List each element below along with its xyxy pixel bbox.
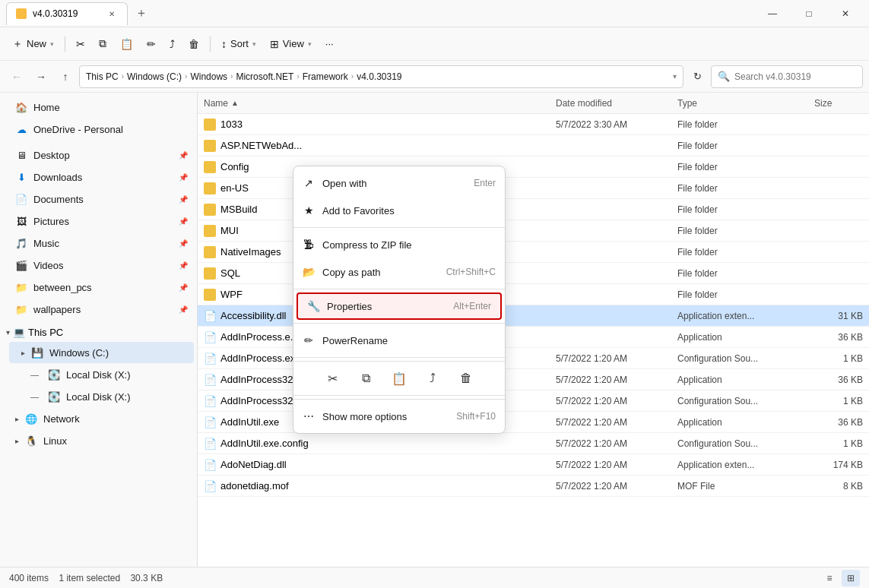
cm-delete-button[interactable]: 🗑: [454, 366, 478, 390]
bc-windows[interactable]: Windows: [190, 71, 227, 82]
cm-properties[interactable]: 🔧 Properties Alt+Enter: [297, 292, 502, 320]
sidebar-thispc-section[interactable]: ▾ 💻 This PC: [0, 324, 197, 341]
bc-dotnet[interactable]: Microsoft.NET: [236, 71, 293, 82]
window-controls: — □ ✕: [755, 2, 863, 26]
minimize-button[interactable]: —: [755, 2, 790, 26]
new-button[interactable]: ＋ New ▾: [6, 32, 60, 56]
file-type: Application: [671, 375, 808, 385]
sidebar-item-windows-c[interactable]: ▸ 💾 Windows (C:): [9, 342, 194, 363]
col-name-sort-icon: ▲: [231, 99, 239, 107]
search-box[interactable]: 🔍: [711, 65, 863, 88]
file-name-text: AddInUtil.exe: [220, 416, 279, 428]
detail-view-button[interactable]: ⊞: [842, 570, 860, 586]
file-type: File folder: [671, 226, 808, 236]
sidebar-item-desktop[interactable]: 🖥 Desktop 📌: [3, 144, 194, 166]
more-button[interactable]: ···: [319, 32, 340, 56]
sidebar-item-between-pcs[interactable]: 📁 between_pcs 📌: [3, 277, 194, 298]
bc-framework[interactable]: Framework: [303, 71, 348, 82]
bc-dropdown-icon: ▾: [673, 72, 677, 81]
sidebar-item-videos[interactable]: 🎬 Videos 📌: [3, 254, 194, 276]
col-date-label: Date modified: [556, 98, 612, 109]
maximize-button[interactable]: □: [791, 2, 826, 26]
file-name-text: AddInUtil.exe.config: [220, 438, 309, 449]
breadcrumb[interactable]: This PC › Windows (C:) › Windows › Micro…: [79, 65, 683, 88]
share-button[interactable]: ⤴: [163, 32, 181, 56]
cm-properties-shortcut: Alt+Enter: [453, 301, 491, 311]
col-header-date[interactable]: Date modified: [550, 93, 671, 113]
folder-icon: [204, 267, 216, 280]
tab-active[interactable]: v4.0.30319 ✕: [6, 2, 128, 25]
cm-open-with[interactable]: ↗ Open with Enter: [293, 169, 505, 197]
cm-paste-button[interactable]: 📋: [387, 366, 411, 390]
sidebar-item-downloads[interactable]: ⬇ Downloads 📌: [3, 166, 194, 188]
sidebar-label-home: Home: [33, 102, 60, 113]
copy-button[interactable]: ⧉: [93, 32, 113, 56]
bc-sep-5: ›: [351, 72, 354, 81]
sidebar-label-linux: Linux: [43, 435, 67, 447]
sidebar-item-linux[interactable]: ▸ 🐧 Linux: [3, 430, 194, 451]
table-row[interactable]: 📄 adonetdiag.mof 5/7/2022 1:20 AM MOF Fi…: [198, 476, 869, 497]
sidebar-label-local-x1: Local Disk (X:): [66, 369, 131, 381]
local-x2-icon: 💽: [48, 390, 60, 403]
rename-button[interactable]: ✏: [141, 32, 162, 56]
sidebar-item-pictures[interactable]: 🖼 Pictures 📌: [3, 210, 194, 232]
zip-icon: 🗜: [303, 239, 315, 251]
cm-copy-path-shortcut: Ctrl+Shift+C: [446, 267, 496, 277]
view-button[interactable]: ⊞ View ▾: [264, 32, 318, 56]
table-row[interactable]: 1033 5/7/2022 3:30 AM File folder: [198, 114, 869, 135]
close-button[interactable]: ✕: [828, 2, 863, 26]
cut-button[interactable]: ✂: [70, 32, 91, 56]
sidebar-item-home[interactable]: 🏠 Home: [3, 96, 194, 118]
file-date: 5/7/2022 1:20 AM: [550, 396, 671, 406]
pin-icon-pic: 📌: [179, 217, 188, 226]
sidebar-item-onedrive[interactable]: ☁ OneDrive - Personal: [3, 119, 194, 140]
col-header-type[interactable]: Type: [671, 93, 808, 113]
file-type: Application: [671, 332, 808, 343]
bc-this-pc[interactable]: This PC: [86, 71, 119, 82]
up-button[interactable]: ↑: [55, 66, 76, 87]
sidebar-item-wallpapers[interactable]: 📁 wallpapers 📌: [3, 299, 194, 320]
back-button[interactable]: ←: [6, 66, 27, 87]
sidebar-item-network[interactable]: ▸ 🌐 Network: [3, 408, 194, 429]
table-row[interactable]: ASP.NETWebAd... File folder: [198, 135, 869, 156]
cm-compress-zip[interactable]: 🗜 Compress to ZIP file: [293, 231, 505, 258]
tab-close-button[interactable]: ✕: [106, 8, 118, 20]
file-name-text: Config: [220, 161, 249, 172]
sort-button[interactable]: ↕ Sort ▾: [215, 32, 262, 56]
cm-cut-button[interactable]: ✂: [320, 366, 344, 390]
cm-power-rename[interactable]: ✏ PowerRename: [293, 327, 505, 354]
sidebar-item-music[interactable]: 🎵 Music 📌: [3, 232, 194, 254]
search-input[interactable]: [734, 71, 856, 82]
file-date: 5/7/2022 1:20 AM: [550, 438, 671, 449]
file-name: 1033: [198, 119, 550, 131]
col-header-size[interactable]: Size: [808, 93, 869, 113]
col-header-name[interactable]: Name ▲: [198, 93, 550, 113]
list-view-button[interactable]: ≡: [820, 570, 839, 586]
paste-button[interactable]: 📋: [114, 32, 139, 56]
network-icon: 🌐: [25, 413, 37, 425]
file-type: Configuration Sou...: [671, 438, 808, 449]
file-icon: 📄: [204, 395, 216, 407]
new-chevron: ▾: [50, 40, 54, 48]
cm-copy-button[interactable]: ⧉: [354, 366, 378, 390]
folder-icon: [204, 182, 216, 194]
sidebar-item-local-x2[interactable]: — 💽 Local Disk (X:): [9, 386, 194, 407]
address-bar: ← → ↑ This PC › Windows (C:) › Windows ›…: [0, 61, 869, 93]
delete-button[interactable]: 🗑: [182, 32, 205, 56]
desktop-icon: 🖥: [15, 149, 27, 161]
cm-show-more[interactable]: ⋯ Show more options Shift+F10: [293, 403, 505, 430]
refresh-button[interactable]: ↻: [687, 66, 708, 87]
forward-button[interactable]: →: [30, 66, 52, 87]
bc-version[interactable]: v4.0.30319: [357, 71, 401, 82]
table-row[interactable]: 📄 AddInUtil.exe.config 5/7/2022 1:20 AM …: [198, 433, 869, 454]
cm-add-favorites[interactable]: ★ Add to Favorites: [293, 197, 505, 224]
context-menu: ↗ Open with Enter ★ Add to Favorites 🗜 C…: [293, 166, 506, 434]
folder-icon: [204, 119, 216, 131]
new-tab-button[interactable]: ＋: [131, 3, 152, 24]
table-row[interactable]: 📄 AdoNetDiag.dll 5/7/2022 1:20 AM Applic…: [198, 454, 869, 476]
sidebar-item-documents[interactable]: 📄 Documents 📌: [3, 188, 194, 210]
bc-windows-c[interactable]: Windows (C:): [127, 71, 182, 82]
sidebar-item-local-x1[interactable]: — 💽 Local Disk (X:): [9, 364, 194, 385]
cm-share-button[interactable]: ⤴: [420, 366, 445, 390]
cm-copy-path[interactable]: 📂 Copy as path Ctrl+Shift+C: [293, 258, 505, 286]
